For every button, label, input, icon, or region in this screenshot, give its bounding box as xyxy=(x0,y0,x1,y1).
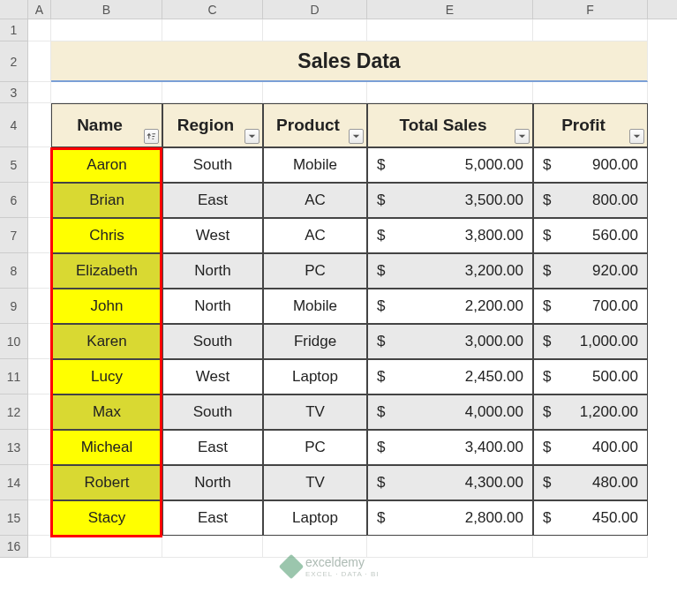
cell-total-sales[interactable]: $3,800.00 xyxy=(367,218,533,253)
cell-total-sales[interactable]: $4,000.00 xyxy=(367,394,533,430)
header-region[interactable]: Region xyxy=(162,103,263,147)
row-header-7[interactable]: 7 xyxy=(0,218,28,253)
cell-name[interactable]: Elizabeth xyxy=(51,253,162,289)
cell-product[interactable]: AC xyxy=(263,183,367,218)
cell-F3[interactable] xyxy=(533,82,648,103)
cell-product[interactable]: TV xyxy=(263,465,367,500)
cell-A12[interactable] xyxy=(28,394,51,430)
header-profit[interactable]: Profit xyxy=(533,103,648,147)
cell-F16[interactable] xyxy=(533,536,648,558)
cell-profit[interactable]: $480.00 xyxy=(533,465,648,500)
cell-B1[interactable] xyxy=(51,19,162,41)
cell-A3[interactable] xyxy=(28,82,51,103)
cell-product[interactable]: PC xyxy=(263,253,367,289)
filter-button-product[interactable] xyxy=(349,129,364,144)
cell-profit[interactable]: $800.00 xyxy=(533,183,648,218)
cell-name[interactable]: Robert xyxy=(51,465,162,500)
header-name[interactable]: Name xyxy=(51,103,162,147)
cell-A1[interactable] xyxy=(28,19,51,41)
cell-total-sales[interactable]: $3,500.00 xyxy=(367,183,533,218)
cell-product[interactable]: Laptop xyxy=(263,359,367,394)
cell-region[interactable]: North xyxy=(162,465,263,500)
row-header-4[interactable]: 4 xyxy=(0,103,28,147)
cell-product[interactable]: Mobile xyxy=(263,147,367,183)
cell-region[interactable]: South xyxy=(162,324,263,359)
cell-A14[interactable] xyxy=(28,465,51,500)
col-header-A[interactable]: A xyxy=(28,0,51,19)
cell-total-sales[interactable]: $5,000.00 xyxy=(367,147,533,183)
cell-product[interactable]: AC xyxy=(263,218,367,253)
cell-A16[interactable] xyxy=(28,536,51,558)
row-header-1[interactable]: 1 xyxy=(0,19,28,41)
cell-region[interactable]: West xyxy=(162,218,263,253)
cell-total-sales[interactable]: $4,300.00 xyxy=(367,465,533,500)
cell-profit[interactable]: $1,200.00 xyxy=(533,394,648,430)
header-total-sales[interactable]: Total Sales xyxy=(367,103,533,147)
cell-E16[interactable] xyxy=(367,536,533,558)
row-header-15[interactable]: 15 xyxy=(0,500,28,536)
cell-A13[interactable] xyxy=(28,430,51,465)
cell-name[interactable]: Aaron xyxy=(51,147,162,183)
cell-region[interactable]: North xyxy=(162,253,263,289)
cell-A2[interactable] xyxy=(28,41,51,82)
cell-profit[interactable]: $450.00 xyxy=(533,500,648,536)
cell-total-sales[interactable]: $2,450.00 xyxy=(367,359,533,394)
filter-button-profit[interactable] xyxy=(629,129,644,144)
col-header-D[interactable]: D xyxy=(263,0,367,19)
cell-profit[interactable]: $920.00 xyxy=(533,253,648,289)
row-header-8[interactable]: 8 xyxy=(0,253,28,289)
cell-total-sales[interactable]: $2,200.00 xyxy=(367,289,533,324)
cell-name[interactable]: Max xyxy=(51,394,162,430)
select-all-corner[interactable] xyxy=(0,0,28,19)
row-header-3[interactable]: 3 xyxy=(0,82,28,103)
col-header-B[interactable]: B xyxy=(51,0,162,19)
cell-E1[interactable] xyxy=(367,19,533,41)
cell-name[interactable]: Karen xyxy=(51,324,162,359)
cell-product[interactable]: Laptop xyxy=(263,500,367,536)
cell-product[interactable]: Mobile xyxy=(263,289,367,324)
row-header-6[interactable]: 6 xyxy=(0,183,28,218)
cell-product[interactable]: Fridge xyxy=(263,324,367,359)
cell-profit[interactable]: $900.00 xyxy=(533,147,648,183)
cell-name[interactable]: Stacy xyxy=(51,500,162,536)
cell-profit[interactable]: $400.00 xyxy=(533,430,648,465)
cell-A8[interactable] xyxy=(28,253,51,289)
filter-sort-button-name[interactable] xyxy=(144,129,159,144)
cell-A10[interactable] xyxy=(28,324,51,359)
cell-A9[interactable] xyxy=(28,289,51,324)
row-header-16[interactable]: 16 xyxy=(0,536,28,558)
cell-region[interactable]: East xyxy=(162,430,263,465)
col-header-E[interactable]: E xyxy=(367,0,533,19)
cell-C16[interactable] xyxy=(162,536,263,558)
row-header-12[interactable]: 12 xyxy=(0,394,28,430)
cell-name[interactable]: Chris xyxy=(51,218,162,253)
cell-name[interactable]: Brian xyxy=(51,183,162,218)
cell-C1[interactable] xyxy=(162,19,263,41)
cell-region[interactable]: South xyxy=(162,147,263,183)
cell-name[interactable]: Micheal xyxy=(51,430,162,465)
cell-total-sales[interactable]: $3,400.00 xyxy=(367,430,533,465)
col-header-F[interactable]: F xyxy=(533,0,648,19)
cell-region[interactable]: East xyxy=(162,500,263,536)
header-product[interactable]: Product xyxy=(263,103,367,147)
cell-A11[interactable] xyxy=(28,359,51,394)
cell-profit[interactable]: $560.00 xyxy=(533,218,648,253)
cell-name[interactable]: John xyxy=(51,289,162,324)
cell-A4[interactable] xyxy=(28,103,51,147)
cell-total-sales[interactable]: $2,800.00 xyxy=(367,500,533,536)
page-title[interactable]: Sales Data xyxy=(51,41,648,82)
row-header-13[interactable]: 13 xyxy=(0,430,28,465)
cell-region[interactable]: West xyxy=(162,359,263,394)
cell-name[interactable]: Lucy xyxy=(51,359,162,394)
cell-C3[interactable] xyxy=(162,82,263,103)
row-header-14[interactable]: 14 xyxy=(0,465,28,500)
cell-total-sales[interactable]: $3,000.00 xyxy=(367,324,533,359)
cell-A6[interactable] xyxy=(28,183,51,218)
cell-profit[interactable]: $700.00 xyxy=(533,289,648,324)
cell-region[interactable]: North xyxy=(162,289,263,324)
cell-region[interactable]: South xyxy=(162,394,263,430)
row-header-5[interactable]: 5 xyxy=(0,147,28,183)
cell-F1[interactable] xyxy=(533,19,648,41)
row-header-10[interactable]: 10 xyxy=(0,324,28,359)
filter-button-region[interactable] xyxy=(244,129,260,144)
